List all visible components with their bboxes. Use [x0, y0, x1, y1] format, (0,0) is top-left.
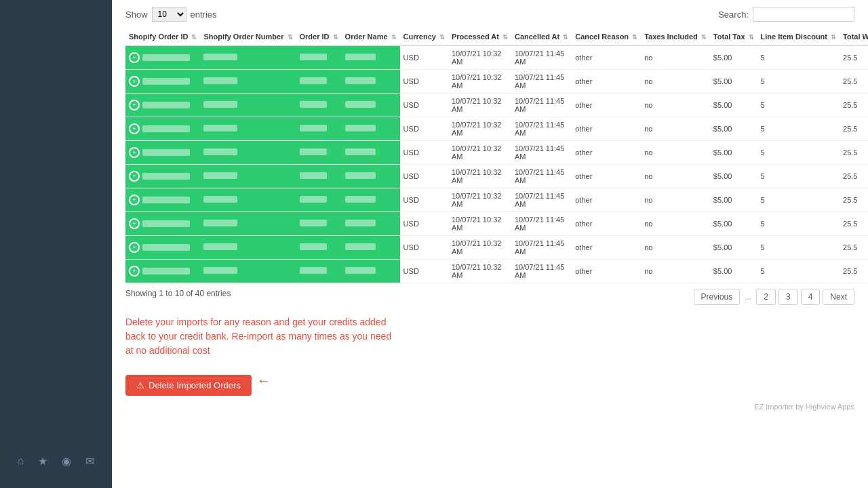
- col-line-item-discount[interactable]: Line Item Discount ⇅: [757, 28, 840, 45]
- col-cancel-reason[interactable]: Cancel Reason ⇅: [572, 28, 641, 45]
- col-currency[interactable]: Currency ⇅: [400, 28, 448, 45]
- total-tax-cell: $5.00: [710, 236, 757, 260]
- currency-cell: USD: [400, 117, 448, 141]
- col-order-id[interactable]: Order ID ⇅: [296, 28, 342, 45]
- delete-button[interactable]: ⚠ Delete Imported Orders: [125, 375, 252, 396]
- order-id-blur: [142, 244, 190, 251]
- order-number-blur: [203, 196, 237, 203]
- order-circle-icon[interactable]: +: [129, 123, 140, 134]
- shopify-order-number-cell: [200, 260, 296, 283]
- page-3-button[interactable]: 3: [778, 289, 798, 305]
- order-circle-icon[interactable]: +: [129, 242, 140, 253]
- order-id-blur2: [300, 148, 327, 155]
- sort-icon-currency: ⇅: [439, 34, 445, 41]
- table-row: + USD10/07/21 10:32 AM10/07/21 11:45 AMo…: [125, 45, 868, 70]
- currency-cell: USD: [400, 260, 448, 283]
- order-number-blur: [203, 220, 237, 226]
- currency-cell: USD: [400, 212, 448, 236]
- line-item-discount-cell: 5: [757, 94, 840, 117]
- entries-select[interactable]: 10 25 50 100: [152, 7, 186, 22]
- col-processed-at[interactable]: Processed At ⇅: [448, 28, 511, 45]
- order-number-blur: [203, 148, 237, 155]
- warning-icon: ⚠: [136, 380, 144, 390]
- currency-cell: USD: [400, 45, 448, 70]
- rss-icon[interactable]: ◉: [62, 455, 71, 468]
- taxes-included-cell: no: [641, 188, 710, 212]
- next-page-button[interactable]: Next: [823, 289, 854, 305]
- currency-cell: USD: [400, 70, 448, 94]
- cancel-reason-cell: other: [572, 236, 641, 260]
- show-label: Show: [125, 9, 148, 20]
- shopify-order-number-cell: [200, 45, 296, 70]
- sort-icon-order-id: ⇅: [333, 34, 338, 41]
- showing-text: Showing 1 to 10 of 40 entries: [125, 289, 231, 298]
- order-id-blur2: [300, 172, 327, 179]
- col-cancelled-at[interactable]: Cancelled At ⇅: [511, 28, 572, 45]
- total-weight-cell: 25.5: [840, 45, 868, 70]
- page-2-button[interactable]: 2: [756, 289, 776, 305]
- search-label: Search:: [718, 9, 749, 20]
- order-name-blur: [345, 148, 376, 155]
- order-name-blur: [345, 125, 376, 131]
- order-circle-icon[interactable]: +: [129, 266, 140, 277]
- col-total-tax[interactable]: Total Tax ⇅: [710, 28, 757, 45]
- col-taxes-included[interactable]: Taxes Included ⇅: [641, 28, 710, 45]
- cancelled-at-cell: 10/07/21 11:45 AM: [511, 141, 572, 165]
- line-item-discount-cell: 5: [757, 260, 840, 283]
- star-icon[interactable]: ★: [38, 455, 47, 468]
- order-id-blur2: [300, 220, 327, 226]
- total-tax-cell: $5.00: [710, 70, 757, 94]
- search-input[interactable]: [753, 7, 854, 22]
- total-weight-cell: 25.5: [840, 94, 868, 117]
- order-circle-icon[interactable]: +: [129, 147, 140, 158]
- search-bar: Search:: [718, 7, 854, 22]
- shopify-order-number-cell: [200, 141, 296, 165]
- shopify-order-id-cell: +: [125, 236, 200, 260]
- order-circle-icon[interactable]: +: [129, 218, 140, 229]
- info-line2: back to your credit bank. Re-import as m…: [125, 331, 391, 342]
- currency-cell: USD: [400, 94, 448, 117]
- total-weight-cell: 25.5: [840, 70, 868, 94]
- order-circle-icon[interactable]: +: [129, 76, 140, 87]
- order-id-blur2: [300, 77, 327, 84]
- table-header-row: Shopify Order ID ⇅ Shopify Order Number …: [125, 28, 868, 45]
- page-4-button[interactable]: 4: [801, 289, 821, 305]
- order-circle-icon[interactable]: +: [129, 100, 140, 110]
- home-icon[interactable]: ⌂: [18, 455, 24, 468]
- currency-cell: USD: [400, 236, 448, 260]
- footer-credit: EZ Importer by Highview Apps: [125, 403, 854, 411]
- processed-at-cell: 10/07/21 10:32 AM: [448, 141, 511, 165]
- bottom-left: Delete your imports for any reason and g…: [125, 312, 391, 396]
- top-bar: Show 10 25 50 100 entries Search:: [125, 7, 854, 22]
- order-id-blur2: [300, 101, 327, 108]
- mail-icon[interactable]: ✉: [85, 455, 94, 468]
- shopify-order-id-cell: +: [125, 188, 200, 212]
- order-circle-icon[interactable]: +: [129, 171, 140, 182]
- col-shopify-order-number[interactable]: Shopify Order Number ⇅: [200, 28, 296, 45]
- order-name-blur: [345, 267, 376, 274]
- order-circle-icon[interactable]: +: [129, 195, 140, 205]
- sort-icon-processed-at: ⇅: [502, 34, 508, 41]
- order-name-cell: [342, 188, 400, 212]
- taxes-included-cell: no: [641, 70, 710, 94]
- shopify-order-id-cell: +: [125, 165, 200, 188]
- total-tax-cell: $5.00: [710, 188, 757, 212]
- sort-icon-order-name: ⇅: [391, 34, 397, 41]
- order-id-blur2: [300, 243, 327, 250]
- line-item-discount-cell: 5: [757, 212, 840, 236]
- cancelled-at-cell: 10/07/21 11:45 AM: [511, 117, 572, 141]
- order-id-blur: [142, 54, 190, 61]
- total-tax-cell: $5.00: [710, 260, 757, 283]
- line-item-discount-cell: 5: [757, 165, 840, 188]
- prev-page-button[interactable]: Previous: [694, 289, 741, 305]
- cancelled-at-cell: 10/07/21 11:45 AM: [511, 70, 572, 94]
- order-id-blur: [142, 125, 190, 132]
- col-shopify-order-id[interactable]: Shopify Order ID ⇅: [125, 28, 200, 45]
- line-item-discount-cell: 5: [757, 70, 840, 94]
- page-dots: ...: [743, 292, 753, 302]
- col-total-weight[interactable]: Total Weight ⇅: [840, 28, 868, 45]
- order-circle-icon[interactable]: +: [129, 52, 140, 63]
- table-row: + USD10/07/21 10:32 AM10/07/21 11:45 AMo…: [125, 212, 868, 236]
- cancel-reason-cell: other: [572, 212, 641, 236]
- col-order-name[interactable]: Order Name ⇅: [342, 28, 400, 45]
